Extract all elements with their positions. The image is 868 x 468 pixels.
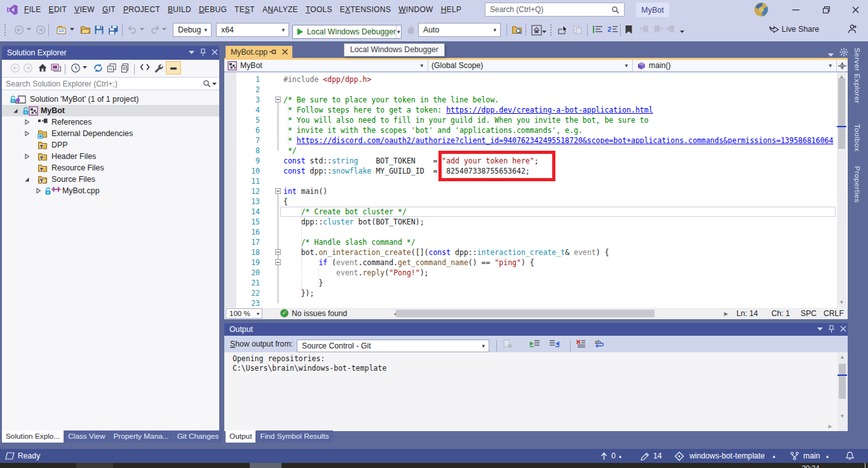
panel-tab-property-mana[interactable]: Property Mana... <box>109 430 172 443</box>
view-code-icon[interactable] <box>140 63 150 71</box>
minimize-button[interactable] <box>782 0 810 19</box>
menu-debug[interactable]: DEBUG <box>195 5 231 14</box>
panel-tab-solution-explo[interactable]: Solution Explo... <box>2 430 64 443</box>
close-button[interactable] <box>841 0 868 19</box>
health-check-icon[interactable]: ✓ <box>280 309 288 317</box>
side-tab-toolbox[interactable]: Toolbox <box>853 124 862 161</box>
undo-dropdown-icon[interactable] <box>140 28 144 31</box>
restore-button[interactable] <box>812 0 840 19</box>
search-icon[interactable] <box>611 6 620 14</box>
code-line-13[interactable]: { <box>283 196 288 207</box>
hot-reload-mode-select[interactable]: Auto ▾ <box>418 23 501 37</box>
related-messages-icon[interactable] <box>503 339 513 348</box>
output-pin-icon[interactable] <box>829 325 834 333</box>
branch-name[interactable]: main <box>803 451 820 460</box>
breakpoint-margin[interactable] <box>224 72 236 308</box>
expanded-arrow-icon[interactable] <box>13 107 18 114</box>
increase-indent-icon[interactable]: 2 <box>607 25 618 34</box>
output-vertical-scrollbar[interactable]: ▲ ▼ <box>837 352 847 431</box>
output-scroll-down-icon[interactable]: ▼ <box>837 413 847 419</box>
filter-dropdown-icon[interactable] <box>83 66 87 69</box>
home-icon[interactable] <box>531 25 542 36</box>
collapse-region-icon[interactable] <box>275 97 281 102</box>
collapse-all-icon[interactable] <box>107 63 117 73</box>
collapsed-arrow-icon[interactable] <box>24 153 30 160</box>
menu-view[interactable]: VIEW <box>71 5 98 14</box>
solution-explorer-search-input[interactable]: Search Solution Explorer (Ctrl+;) <box>2 77 219 90</box>
repository-icon[interactable] <box>674 451 684 461</box>
refresh-icon[interactable] <box>93 63 104 73</box>
quick-search-input[interactable]: Search (Ctrl+Q) <box>485 3 625 17</box>
tree-item-resource-files[interactable]: Resource Files <box>2 162 219 174</box>
navbar-project-select[interactable]: MyBot ▾ <box>224 60 428 71</box>
notifications-bell-icon[interactable] <box>846 451 854 460</box>
code-line-5[interactable]: * You will also need to fill in your gui… <box>283 115 649 125</box>
tree-item-mybot-cpp[interactable]: MyBot.cpp <box>2 185 219 196</box>
next-bookmark-icon[interactable] <box>653 25 663 34</box>
save-all-icon[interactable] <box>108 25 119 35</box>
hot-reload-icon[interactable] <box>407 25 415 34</box>
live-share-icon[interactable] <box>769 24 780 34</box>
close-panel-icon[interactable] <box>212 49 218 55</box>
show-desktop-divider[interactable] <box>865 463 865 468</box>
toggle-bookmark-icon[interactable] <box>625 25 633 34</box>
tab-pin-icon[interactable] <box>269 48 277 55</box>
se-back-icon[interactable] <box>10 63 20 73</box>
decrease-indent-icon[interactable] <box>592 25 603 34</box>
user-avatar[interactable] <box>754 3 768 17</box>
document-tab-mybot-cpp[interactable]: MyBot.cpp <box>226 46 292 58</box>
preview-selected-items-toggle[interactable] <box>166 61 181 74</box>
code-line-1[interactable]: #include <dpp/dpp.h> <box>283 74 371 85</box>
navbar-scope-select[interactable]: (Global Scope) ▾ <box>428 60 633 71</box>
panel-tab-git-changes[interactable]: Git Changes <box>173 430 223 443</box>
code-link[interactable]: https://dpp.dev/creating-a-bot-applicati… <box>446 106 653 114</box>
editor-scrollbar-thumb[interactable] <box>838 78 845 149</box>
code-line-22[interactable]: }); <box>283 288 314 298</box>
tree-item-source-files[interactable]: Source Files <box>2 174 219 185</box>
code-line-12[interactable]: int main() <box>283 186 327 196</box>
code-line-8[interactable]: */ <box>283 146 297 156</box>
tree-item-mybot[interactable]: MyBot <box>2 105 219 116</box>
clear-bookmarks-icon[interactable] <box>666 25 677 34</box>
menu-git[interactable]: GIT <box>98 5 119 14</box>
code-editor[interactable]: 1#include <dpp/dpp.h>23/* Be sure to pla… <box>224 72 848 308</box>
menu-build[interactable]: BUILD <box>164 5 195 14</box>
repository-caret-icon[interactable]: ▴ <box>773 453 775 459</box>
start-debugging-button[interactable]: Local Windows Debugger ▾ <box>292 25 402 39</box>
panel-tab-class-view[interactable]: Class View <box>64 430 109 443</box>
undo-icon[interactable] <box>127 25 137 35</box>
se-search-icon[interactable] <box>203 79 211 88</box>
menu-analyze[interactable]: ANALYZE <box>259 5 302 14</box>
save-icon[interactable] <box>94 25 104 35</box>
code-line-21[interactable]: } <box>283 278 323 288</box>
menu-test[interactable]: TEST <box>231 5 259 14</box>
solution-name-badge[interactable]: MyBot <box>636 3 669 17</box>
menu-extensions[interactable]: EXTENSIONS <box>336 5 395 14</box>
hscroll-right-icon[interactable]: ▶ <box>721 311 731 317</box>
issues-status[interactable]: No issues found <box>292 309 347 318</box>
live-share-label[interactable]: Live Share <box>782 25 819 34</box>
taskbar-active-app-segment[interactable] <box>250 463 281 468</box>
toolbar-grip[interactable] <box>550 24 552 36</box>
output-position-icon[interactable] <box>817 327 823 331</box>
se-search-dropdown-icon[interactable] <box>212 83 217 85</box>
editor-windows-dropdown-icon[interactable] <box>828 53 834 57</box>
properties-icon[interactable] <box>153 63 163 73</box>
previous-message-icon[interactable] <box>529 339 540 348</box>
se-home-icon[interactable] <box>37 63 48 72</box>
editor-settings-gear-icon[interactable] <box>839 48 848 57</box>
navbar-member-select[interactable]: main() ▾ <box>633 60 837 71</box>
toggle-word-wrap-icon[interactable]: ab <box>595 339 605 348</box>
unpushed-commits-count[interactable]: 0 <box>611 451 616 460</box>
bookmark-overflow-icon[interactable] <box>680 31 684 33</box>
navigate-backward-dropdown-icon[interactable] <box>27 28 31 31</box>
menu-window[interactable]: WINDOW <box>395 5 437 14</box>
tree-item-references[interactable]: References <box>2 116 219 128</box>
repository-name[interactable]: windows-bot-template <box>689 451 765 460</box>
collapse-region-icon[interactable] <box>275 259 281 265</box>
collapsed-arrow-icon[interactable] <box>24 130 30 137</box>
output-source-select[interactable]: Source Control - Git ▾ <box>297 340 489 352</box>
toolbar-grip[interactable] <box>4 24 6 36</box>
previous-bookmark-icon[interactable] <box>639 25 650 34</box>
output-scroll-up-icon[interactable]: ▲ <box>837 354 847 360</box>
